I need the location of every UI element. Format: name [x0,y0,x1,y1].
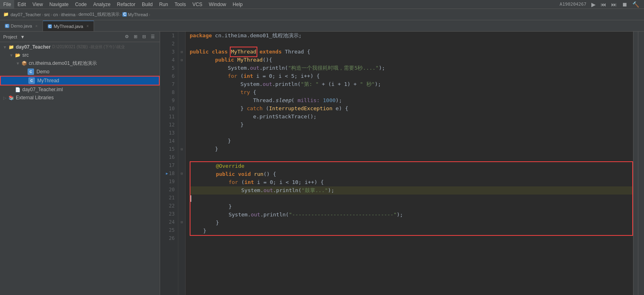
sidebar-settings-icon[interactable]: ☰ [149,33,156,40]
breadcrumb-root[interactable]: day07_Teacher [11,12,41,17]
debug-button[interactable]: ⏮ [599,0,608,9]
ln-23: 23 [160,210,175,218]
tree-root[interactable]: ▼ 📁 day07_Teacher D:\20190321 (92期) -就业班… [0,43,160,51]
breadcrumb-cn[interactable]: cn [53,12,58,17]
menu-build[interactable]: Build [139,0,156,9]
ln-20: 20 [160,186,175,194]
ln-8: 8 [160,88,175,96]
fold-22 [178,202,185,210]
sidebar-expand-icon: ▼ [20,34,25,39]
code-line-11: e.printStackTrace(); [190,113,633,121]
ln-14: 14 [160,137,175,145]
code-content[interactable]: package cn.itheima.demo01_线程池演示; public … [186,32,633,295]
code-line-19: for ( int i = 0; i < 10; i++) { [190,178,632,186]
ln-24: 24 [160,218,175,226]
cls-thread: Thread [285,48,304,56]
editor-right-gutter [638,32,644,295]
menu-vcs[interactable]: VCS [189,0,206,9]
tree-mythread-class[interactable]: ▷ C MyThread [0,76,160,86]
menu-navigate[interactable]: Navigate [46,0,72,9]
fold-20 [178,186,185,194]
menu-code[interactable]: Code [72,0,90,9]
fold-13 [178,129,185,137]
ln-9: 9 [160,96,175,105]
fold-2 [178,40,185,48]
menu-help[interactable]: Help [229,0,246,9]
stop-button[interactable]: ⏹ [620,0,629,9]
code-area[interactable]: 1 2 3 4 5 6 7 8 9 10 11 12 13 14 15 16 1… [160,32,638,295]
ln-15: 15 [160,145,175,153]
ln-25: 25 [160,226,175,234]
sidebar-expand-all-icon[interactable]: ⊞ [132,33,139,40]
tree-src-arrow: ▼ [8,53,15,58]
ln-19: 19 [160,177,175,186]
ln-26: 26 [160,234,175,242]
ln-16: 16 [160,153,175,161]
fold-18[interactable]: ⊟ [178,169,185,177]
breadcrumb-src[interactable]: src [44,12,50,17]
scrollbar-right[interactable] [633,32,638,295]
code-line-22: } [190,203,632,211]
sidebar-gear-icon[interactable]: ⚙ [123,33,131,40]
fold-3[interactable]: ⊟ [178,48,185,56]
menu-edit[interactable]: Edit [14,0,29,9]
fold-24[interactable]: ⊟ [178,218,185,226]
menu-file[interactable]: File [0,0,14,9]
tree-ext-label: External Libraries [16,95,53,100]
tree-package[interactable]: ▼ 📦 cn.itheima.demo01_线程池演示 [0,59,160,68]
tab-mythread-icon: C [48,24,52,28]
tree-iml-icon: 📄 [15,86,21,93]
ln-1: 1 [160,32,175,40]
fold-4[interactable]: ⊟ [178,56,185,64]
run-button[interactable]: ▶ [590,0,597,9]
menu-tools[interactable]: Tools [171,0,189,9]
ln-3: 3 [160,48,175,56]
code-line-14: } [190,137,633,145]
build-button[interactable]: 🔨 [631,0,641,9]
code-line-12: } [190,121,633,129]
tree-demo-class[interactable]: ▷ C Demo [0,68,160,76]
code-line-6: for ( int i = 0; i < 5; i++) { [190,72,633,80]
menu-run[interactable]: Run [156,0,171,9]
tree-src[interactable]: ▼ 📂 src [0,51,160,59]
line1-rest: cn.itheima.demo01_线程池演示; [212,32,302,40]
ln-17: 17 [160,161,175,169]
code-line-25: } [190,227,632,235]
breadcrumb-mythread[interactable]: MyThread [128,12,148,17]
sidebar-header: Project ▼ ⚙ ⊞ ⊟ ☰ [0,32,160,42]
breadcrumb-itheima[interactable]: itheima [61,12,75,17]
menu-view[interactable]: View [29,0,46,9]
sidebar-title: Project [3,34,17,39]
menu-refactor[interactable]: Refactor [114,0,139,9]
breadcrumb-icon-project: 📁 [3,12,9,17]
breadcrumb-demo01[interactable]: demo01_线程池演示 [79,11,120,17]
tree-iml-file[interactable]: ▷ 📄 day07_Teacher.iml [0,86,160,94]
tree-ext-icon: 📚 [8,94,15,101]
tree-ext-libs[interactable]: ▷ 📚 External Libraries [0,94,160,102]
code-line-21[interactable] [190,195,632,203]
menu-analyze[interactable]: Analyze [90,0,114,9]
kw-extends: extends [259,48,282,56]
tab-demo-java[interactable]: C Demo.java × [0,21,43,31]
tree-mythread-icon: C [28,77,35,84]
tree-package-label: cn.itheima.demo01_线程池演示 [29,60,97,67]
code-line-20: System. out .println( "鼓掌..." ); [190,186,632,195]
fold-17 [178,161,185,169]
ln-4: 4 [160,56,175,64]
sidebar-collapse-icon[interactable]: ⊟ [141,33,148,40]
code-line-5: System. out .println( "构造一个我很耗时哦，需要5秒...… [190,64,633,72]
fold-8 [178,88,185,96]
tab-demo-close[interactable]: × [35,24,38,28]
fold-15[interactable]: ⊟ [178,145,185,153]
tab-mythread-java[interactable]: C MyThread.java × [43,21,94,31]
tab-mythread-close[interactable]: × [86,24,89,28]
code-line-26 [190,236,633,244]
code-line-24: } [190,219,632,227]
tree-demo-icon: C [28,68,34,75]
tree-root-label: day07_Teacher [16,44,51,50]
code-line-8: try { [190,88,633,96]
run-gutter-icon[interactable]: ▶ [166,169,168,177]
menu-window[interactable]: Window [205,0,229,9]
tree-demo-label: Demo [36,69,49,75]
step-over-button[interactable]: ⏭ [610,0,618,9]
